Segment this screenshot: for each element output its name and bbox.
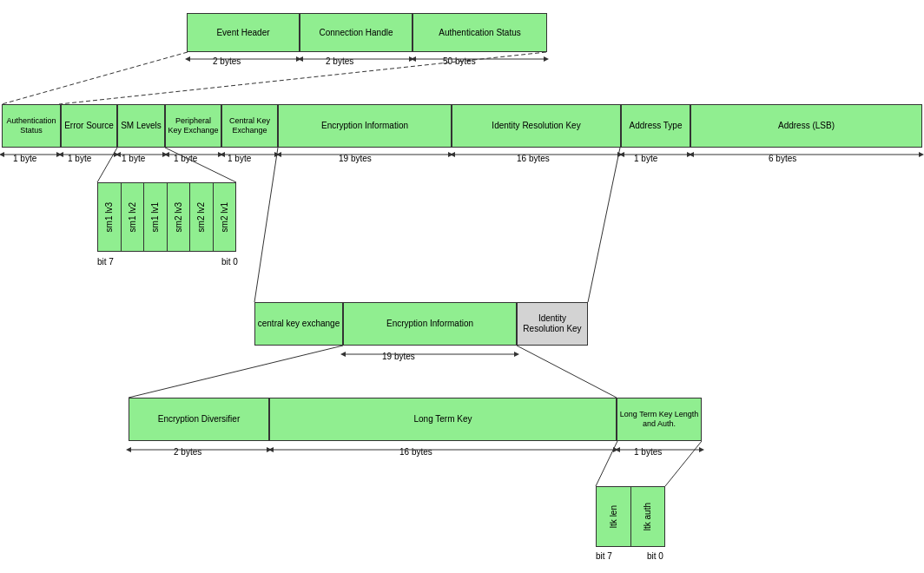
svg-line-14 bbox=[97, 148, 117, 182]
svg-line-24 bbox=[596, 441, 617, 486]
ltk-bit0-label: bit 0 bbox=[647, 551, 663, 561]
central-key-box: Central Key Exchange bbox=[221, 104, 278, 148]
ltk-bit7-label: bit 7 bbox=[596, 551, 612, 561]
top-2bytes-2: 2 bytes bbox=[326, 56, 353, 66]
address-lsb-box: Address (LSB) bbox=[690, 104, 922, 148]
ltk-auth-label: ltk auth bbox=[643, 503, 652, 530]
arrows-svg bbox=[0, 0, 924, 573]
sm1-lv2-label: sm1 lv2 bbox=[128, 202, 137, 232]
main-6bytes: 6 bytes bbox=[769, 154, 796, 163]
main-1byte-8: 1 byte bbox=[634, 154, 657, 163]
sm2-lv2-label: sm2 lv2 bbox=[196, 202, 206, 232]
sm2-lv1-label: sm2 lv1 bbox=[220, 202, 229, 232]
diagram: Event Header Connection Handle Authentic… bbox=[0, 0, 924, 573]
ltk-len-label: ltk len bbox=[609, 505, 618, 528]
main-16bytes: 16 bytes bbox=[517, 154, 550, 163]
connection-handle-box: Connection Handle bbox=[300, 13, 412, 52]
ltk-length-auth-box: Long Term Key Length and Auth. bbox=[617, 398, 702, 441]
svg-line-16 bbox=[254, 148, 278, 302]
enc-16bytes: 16 bytes bbox=[399, 447, 432, 457]
enc-1bytes: 1 bytes bbox=[634, 447, 662, 457]
identity-resolution-mid-box: Identity Resolution Key bbox=[517, 302, 588, 346]
encryption-info-main-box: Encryption Information bbox=[278, 104, 452, 148]
event-header-box: Event Header bbox=[187, 13, 300, 52]
svg-line-19 bbox=[129, 346, 343, 398]
svg-line-25 bbox=[665, 441, 702, 486]
error-source-box: Error Source bbox=[61, 104, 117, 148]
identity-resolution-key-box: Identity Resolution Key bbox=[452, 104, 621, 148]
top-50bytes: 50 bytes bbox=[443, 56, 476, 66]
main-1byte-3: 1 byte bbox=[122, 154, 145, 163]
sm-bit7-label: bit 7 bbox=[97, 257, 114, 267]
main-1byte-2: 1 byte bbox=[68, 154, 91, 163]
svg-line-3 bbox=[2, 52, 188, 104]
sm1-lv3-label: sm1 lv3 bbox=[104, 202, 114, 232]
sm-levels-box: SM Levels bbox=[117, 104, 165, 148]
enc-diversifier-box: Encryption Diversifier bbox=[129, 398, 269, 441]
sm-bit0-label: bit 0 bbox=[221, 257, 238, 267]
svg-line-17 bbox=[588, 148, 620, 302]
address-type-box: Address Type bbox=[621, 104, 690, 148]
top-2bytes-1: 2 bytes bbox=[213, 56, 241, 66]
main-19bytes: 19 bytes bbox=[339, 154, 372, 163]
main-1byte-4: 1 byte bbox=[174, 154, 197, 163]
svg-line-15 bbox=[165, 148, 236, 182]
ltk-bits-container: ltk len ltk auth bbox=[596, 486, 665, 547]
sm-bits-container: sm1 lv3 sm1 lv2 sm1 lv1 sm2 lv3 sm2 lv2 … bbox=[97, 182, 236, 252]
sm1-lv1-label: sm1 lv1 bbox=[150, 202, 160, 232]
peripheral-key-box: Peripheral Key Exchange bbox=[165, 104, 221, 148]
main-1byte-1: 1 byte bbox=[13, 154, 36, 163]
main-1byte-5: 1 byte bbox=[228, 154, 251, 163]
sm2-lv3-label: sm2 lv3 bbox=[174, 202, 183, 232]
encryption-info-mid-box: Encryption Information bbox=[343, 302, 517, 346]
authentication-status-top-box: Authentication Status bbox=[412, 13, 547, 52]
auth-status-box: Authentication Status bbox=[2, 104, 61, 148]
enc-2bytes: 2 bytes bbox=[174, 447, 201, 457]
mid-19bytes: 19 bytes bbox=[382, 352, 415, 361]
svg-line-20 bbox=[517, 346, 617, 398]
long-term-key-box: Long Term Key bbox=[269, 398, 617, 441]
central-key-mid-box: central key exchange bbox=[254, 302, 343, 346]
